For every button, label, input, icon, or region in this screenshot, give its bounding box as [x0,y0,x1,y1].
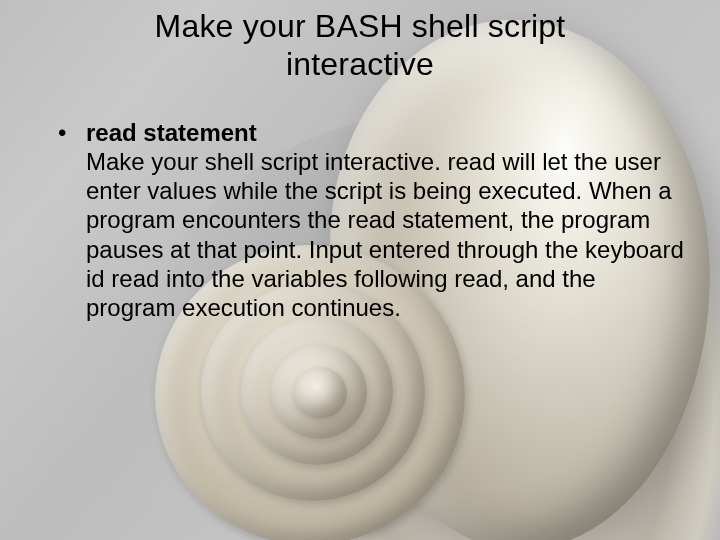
bullet-item: read statement Make your shell script in… [62,118,684,323]
title-line-1: Make your BASH shell script [155,8,566,44]
title-line-2: interactive [286,46,434,82]
bullet-description: Make your shell script interactive. read… [86,147,684,323]
slide-body: read statement Make your shell script in… [0,84,720,323]
bullet-list: read statement Make your shell script in… [62,118,684,323]
bullet-term: read statement [86,119,257,146]
slide-content: Make your BASH shell script interactive … [0,0,720,540]
slide-title: Make your BASH shell script interactive [0,0,720,84]
